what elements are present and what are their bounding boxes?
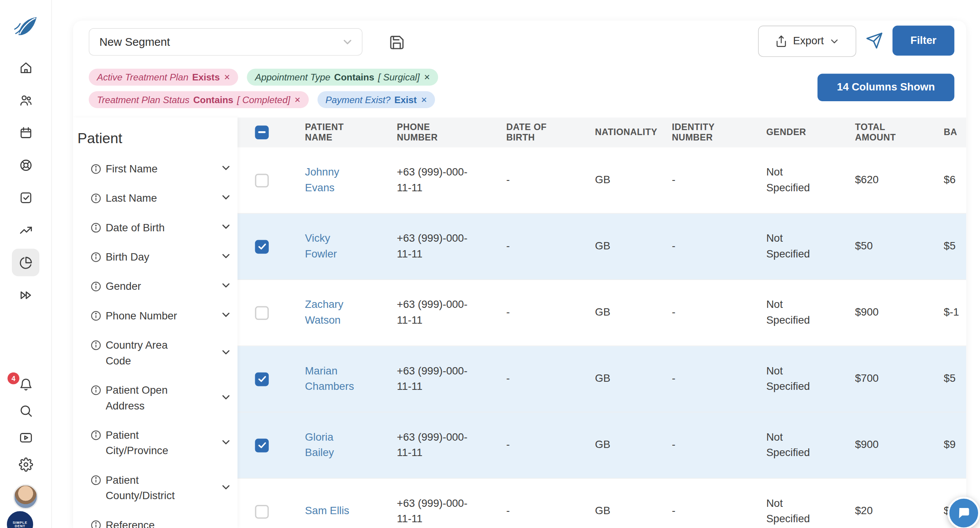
sidebar-item-settings[interactable] xyxy=(13,452,38,477)
save-icon[interactable] xyxy=(389,34,405,50)
chevron-down-icon xyxy=(829,36,840,46)
chip-field: Treatment Plan Status xyxy=(97,94,190,105)
filter-chip-treatment-plan-status[interactable]: Treatment Plan Status Contains [ Complet… xyxy=(89,91,309,108)
filter-field-label: Country Area Code xyxy=(105,338,182,369)
sidebar-item-home[interactable] xyxy=(12,54,39,81)
info-icon[interactable] xyxy=(90,520,101,528)
total-amount-cell: $620 xyxy=(855,174,878,186)
dob-cell: - xyxy=(506,439,510,451)
export-button[interactable]: Export xyxy=(758,26,856,57)
table-header-row: PATIENT NAME PHONE NUMBER DATE OF BIRTH … xyxy=(237,117,966,147)
row-checkbox[interactable] xyxy=(255,174,269,187)
filter-field-gender[interactable]: Gender xyxy=(73,272,237,301)
chat-bubble-icon xyxy=(956,506,971,521)
sidebar-item-reports[interactable] xyxy=(12,249,39,276)
info-icon[interactable] xyxy=(90,385,101,398)
remove-chip-icon[interactable]: × xyxy=(421,94,427,105)
chat-launcher-button[interactable] xyxy=(948,497,980,528)
info-icon[interactable] xyxy=(90,222,101,236)
patient-name-link[interactable]: Gloria Bailey xyxy=(305,430,362,461)
columns-shown-button[interactable]: 14 Columns Shown xyxy=(818,74,955,101)
identity-cell: - xyxy=(672,240,675,252)
patient-name-link[interactable]: Vicky Fowler xyxy=(305,231,362,262)
sidebar-item-tasks[interactable] xyxy=(12,184,39,211)
sidebar-item-calendar[interactable] xyxy=(12,119,39,146)
filter-button[interactable]: Filter xyxy=(893,26,955,56)
row-checkbox[interactable] xyxy=(255,372,269,386)
info-icon[interactable] xyxy=(90,430,101,443)
filter-chip-active-treatment-plan[interactable]: Active Treatment Plan Exists × xyxy=(89,69,238,86)
column-header-nationality: NATIONALITY xyxy=(590,127,667,138)
column-header-gender: GENDER xyxy=(761,127,850,138)
info-icon[interactable] xyxy=(90,311,101,324)
row-checkbox[interactable] xyxy=(255,240,269,254)
info-icon[interactable] xyxy=(90,164,101,177)
sidebar-item-patients[interactable] xyxy=(12,86,39,114)
segment-select[interactable]: New Segment xyxy=(89,28,363,55)
table-row: Johnny Evans +63 (999)-000-11-11 - GB - … xyxy=(237,147,966,214)
filter-field-patient-city-province[interactable]: Patient City/Province xyxy=(73,421,237,466)
filter-field-patient-open-address[interactable]: Patient Open Address xyxy=(73,376,237,421)
sidebar-item-tutorials[interactable] xyxy=(13,425,38,450)
patient-fields-panel: Patient First Name Last Name Date of Bir… xyxy=(73,117,237,528)
balance-cell: $6 xyxy=(944,174,956,186)
filter-field-patient-county-district[interactable]: Patient County/District xyxy=(73,466,237,511)
phone-cell: +63 (999)-000-11-11 xyxy=(397,165,476,195)
chip-operator: Exists xyxy=(192,72,220,83)
dob-cell: - xyxy=(506,174,510,186)
column-header-identity-number: IDENTITY NUMBER xyxy=(667,122,761,143)
filter-field-label: Phone Number xyxy=(105,308,177,324)
filter-field-label: Gender xyxy=(105,279,141,294)
info-icon[interactable] xyxy=(90,252,101,265)
patient-name-link[interactable]: Sam Ellis xyxy=(305,504,349,519)
phone-cell: +63 (999)-000-11-11 xyxy=(397,364,476,394)
patient-name-link[interactable]: Marian Chambers xyxy=(305,364,362,394)
info-icon[interactable] xyxy=(90,475,101,488)
filter-field-reference-name[interactable]: Reference Name xyxy=(73,511,237,528)
sidebar-item-analytics[interactable] xyxy=(12,216,39,244)
table-scroll-area[interactable]: PATIENT NAME PHONE NUMBER DATE OF BIRTH … xyxy=(237,117,966,528)
filter-field-birth-day[interactable]: Birth Day xyxy=(73,242,237,272)
chevron-down-icon xyxy=(221,391,231,404)
filter-chip-appointment-type[interactable]: Appointment Type Contains [ Surgical] × xyxy=(247,69,438,86)
remove-chip-icon[interactable]: × xyxy=(224,72,230,83)
chip-operator: Exist xyxy=(394,94,416,105)
filter-field-phone-number[interactable]: Phone Number xyxy=(73,301,237,331)
filter-chip-payment-exist[interactable]: Payment Exist? Exist × xyxy=(317,91,435,108)
search-icon xyxy=(18,403,33,418)
filter-field-country-area-code[interactable]: Country Area Code xyxy=(73,331,237,376)
user-avatar[interactable] xyxy=(13,484,38,509)
total-amount-cell: $900 xyxy=(855,439,878,451)
filter-field-last-name[interactable]: Last Name xyxy=(73,184,237,213)
segment-body: Patient First Name Last Name Date of Bir… xyxy=(73,117,966,528)
chevron-down-icon xyxy=(221,346,231,359)
remove-chip-icon[interactable]: × xyxy=(424,72,430,83)
phone-cell: +63 (999)-000-11-11 xyxy=(397,231,476,262)
info-icon[interactable] xyxy=(90,340,101,353)
nationality-cell: GB xyxy=(595,240,610,252)
nationality-cell: GB xyxy=(595,306,610,318)
patient-name-link[interactable]: Zachary Watson xyxy=(305,297,362,328)
share-icon xyxy=(775,35,787,47)
pie-chart-icon xyxy=(18,255,33,269)
patient-name-link[interactable]: Johnny Evans xyxy=(305,165,362,195)
send-icon[interactable] xyxy=(866,32,883,49)
life-buoy-icon xyxy=(18,158,33,172)
nationality-cell: GB xyxy=(595,174,610,186)
row-checkbox[interactable] xyxy=(255,438,269,452)
chevron-down-icon xyxy=(221,309,231,322)
info-icon[interactable] xyxy=(90,193,101,206)
chevron-down-icon xyxy=(221,436,231,449)
filter-field-first-name[interactable]: First Name xyxy=(73,154,237,184)
sidebar-item-automations[interactable] xyxy=(12,281,39,309)
sidebar-item-search[interactable] xyxy=(13,398,38,423)
row-checkbox[interactable] xyxy=(255,306,269,320)
filter-field-date-of-birth[interactable]: Date of Birth xyxy=(73,213,237,242)
select-all-checkbox[interactable] xyxy=(255,125,269,139)
remove-chip-icon[interactable]: × xyxy=(294,94,300,105)
column-header-date-of-birth: DATE OF BIRTH xyxy=(501,122,590,143)
info-icon[interactable] xyxy=(90,281,101,294)
row-checkbox[interactable] xyxy=(255,505,269,518)
column-header-phone-number: PHONE NUMBER xyxy=(392,122,501,143)
sidebar-item-support[interactable] xyxy=(12,151,39,179)
